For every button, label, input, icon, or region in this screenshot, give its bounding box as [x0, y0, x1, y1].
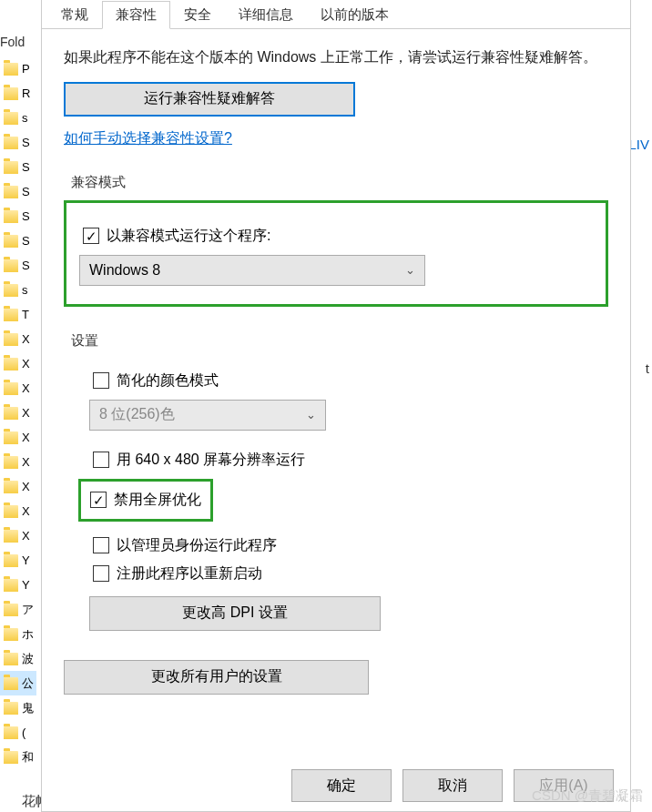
- folder-label: (: [22, 726, 25, 739]
- folder-label: R: [22, 86, 30, 100]
- folder-icon: [4, 481, 18, 493]
- folder-icon: [4, 358, 18, 370]
- folder-item[interactable]: S: [0, 253, 36, 278]
- compat-os-value: Windows 8: [89, 262, 160, 279]
- intro-text: 如果此程序不能在这个版本的 Windows 上正常工作，请尝试运行兼容性疑难解答…: [64, 46, 608, 69]
- folder-label: P: [22, 62, 30, 76]
- bg-link-right[interactable]: LIV: [628, 137, 649, 152]
- compat-os-select[interactable]: Windows 8 ⌄: [79, 255, 425, 286]
- folder-item[interactable]: S: [0, 155, 36, 179]
- folder-icon: [4, 628, 18, 641]
- folder-item[interactable]: (: [0, 720, 36, 745]
- folder-icon: [4, 530, 18, 543]
- folder-item[interactable]: X: [0, 523, 36, 548]
- tab-3[interactable]: 详细信息: [225, 1, 307, 29]
- folder-item[interactable]: X: [0, 450, 36, 474]
- folder-icon: [4, 407, 18, 420]
- folder-icon: [4, 431, 18, 444]
- disable-fullscreen-checkbox[interactable]: [90, 492, 107, 508]
- folder-item[interactable]: 和: [0, 745, 36, 769]
- folder-item[interactable]: 公: [0, 671, 36, 695]
- compat-mode-checkbox[interactable]: [83, 228, 99, 244]
- chevron-down-icon: ⌄: [306, 408, 316, 421]
- folder-label: X: [22, 381, 30, 395]
- folder-icon: [4, 284, 18, 297]
- register-restart-label: 注册此程序以重新启动: [117, 564, 262, 584]
- reduced-color-checkbox[interactable]: [93, 372, 109, 389]
- tab-2[interactable]: 安全: [170, 1, 225, 29]
- folder-label: S: [22, 136, 30, 149]
- properties-dialog: 常规兼容性安全详细信息以前的版本 如果此程序不能在这个版本的 Windows 上…: [41, 0, 631, 812]
- folder-item[interactable]: S: [0, 130, 36, 155]
- chevron-down-icon: ⌄: [405, 263, 415, 277]
- highlight-box-fullscreen: 禁用全屏优化: [78, 479, 213, 522]
- folder-icon: [4, 63, 18, 76]
- folder-item[interactable]: S: [0, 228, 36, 253]
- folder-item[interactable]: ア: [0, 597, 36, 622]
- settings-group: 设置 简化的颜色模式 8 位(256)色 ⌄ 用 640 x 480 屏幕分辨率…: [64, 332, 608, 631]
- run-troubleshooter-button[interactable]: 运行兼容性疑难解答: [64, 82, 355, 117]
- folder-label: T: [22, 308, 29, 321]
- folder-icon: [4, 210, 18, 223]
- folder-item[interactable]: X: [0, 351, 36, 376]
- tab-0[interactable]: 常规: [47, 1, 102, 29]
- folder-label: 公: [22, 675, 34, 692]
- folder-item[interactable]: X: [0, 499, 36, 523]
- folder-item[interactable]: ホ: [0, 622, 36, 646]
- folder-label: ホ: [22, 626, 34, 643]
- settings-legend: 设置: [64, 332, 608, 350]
- folder-item[interactable]: P: [0, 56, 36, 81]
- folder-label: S: [22, 259, 30, 272]
- folder-item[interactable]: X: [0, 327, 36, 351]
- folder-item[interactable]: s: [0, 106, 36, 130]
- folder-icon: [4, 87, 18, 100]
- tab-4[interactable]: 以前的版本: [307, 1, 402, 29]
- folder-item[interactable]: T: [0, 302, 36, 327]
- folder-icon: [4, 554, 18, 567]
- cancel-button[interactable]: 取消: [402, 769, 503, 802]
- folder-item[interactable]: 鬼: [0, 695, 36, 720]
- folder-label: S: [22, 209, 30, 223]
- register-restart-checkbox[interactable]: [93, 565, 109, 582]
- folder-icon: [4, 677, 18, 690]
- folder-label: S: [22, 234, 30, 248]
- ok-button[interactable]: 确定: [291, 769, 392, 802]
- run-640-label: 用 640 x 480 屏幕分辨率运行: [117, 451, 305, 470]
- run-admin-checkbox[interactable]: [93, 537, 109, 553]
- folder-label: X: [22, 504, 30, 518]
- folder-icon: [4, 186, 18, 198]
- folder-item[interactable]: X: [0, 376, 36, 401]
- folder-label: X: [22, 431, 30, 444]
- folder-icon: [4, 382, 18, 395]
- folder-label: 和: [22, 749, 34, 766]
- run-640-checkbox[interactable]: [93, 452, 109, 468]
- folder-item[interactable]: R: [0, 81, 36, 106]
- folder-label: Y: [22, 553, 30, 567]
- run-admin-label: 以管理员身份运行此程序: [117, 536, 277, 555]
- folder-item[interactable]: S: [0, 179, 36, 204]
- folder-label: 波: [22, 651, 34, 667]
- folder-item[interactable]: X: [0, 401, 36, 425]
- compat-mode-label: 以兼容模式运行这个程序:: [107, 227, 270, 246]
- folder-icon: [4, 309, 18, 321]
- change-all-users-button[interactable]: 更改所有用户的设置: [64, 660, 369, 695]
- color-depth-select: 8 位(256)色 ⌄: [89, 400, 326, 431]
- folder-item[interactable]: X: [0, 425, 36, 450]
- folder-item[interactable]: X: [0, 474, 36, 499]
- folder-item[interactable]: Y: [0, 548, 36, 573]
- folder-item[interactable]: s: [0, 278, 36, 302]
- change-dpi-button[interactable]: 更改高 DPI 设置: [89, 596, 381, 631]
- help-link[interactable]: 如何手动选择兼容性设置?: [64, 130, 232, 146]
- folder-icon: [4, 456, 18, 469]
- folder-label: X: [22, 455, 30, 469]
- folder-item[interactable]: S: [0, 204, 36, 228]
- folder-icon: [4, 702, 18, 715]
- folder-item[interactable]: Y: [0, 573, 36, 597]
- folder-item[interactable]: 波: [0, 646, 36, 671]
- folder-icon: [4, 112, 18, 125]
- folder-icon: [4, 604, 18, 616]
- tab-bar: 常规兼容性安全详细信息以前的版本: [42, 0, 630, 29]
- tab-1[interactable]: 兼容性: [102, 1, 170, 29]
- folder-icon: [4, 751, 18, 764]
- folder-icon: [4, 333, 18, 346]
